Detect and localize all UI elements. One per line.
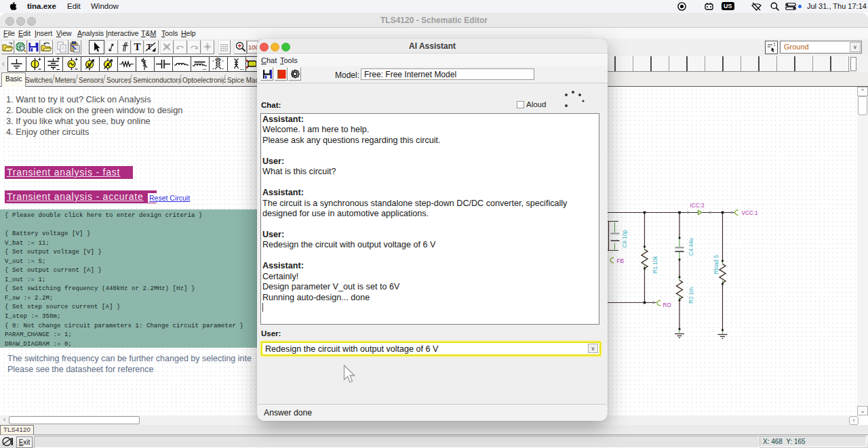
svg-text:C6 10p: C6 10p	[622, 230, 628, 248]
svg-text:FB: FB	[617, 258, 625, 264]
svg-text:VCC:1: VCC:1	[742, 210, 759, 216]
svg-text:Rload 5: Rload 5	[713, 255, 719, 274]
svg-text:RO: RO	[663, 302, 671, 308]
svg-text:ICC:3: ICC:3	[690, 203, 705, 209]
svg-text:T: T	[134, 41, 140, 52]
svg-text:R2 1m.: R2 1m.	[688, 286, 694, 304]
svg-text:C4 44u: C4 44u	[688, 238, 694, 256]
svg-text:R1 10k: R1 10k	[652, 256, 658, 274]
